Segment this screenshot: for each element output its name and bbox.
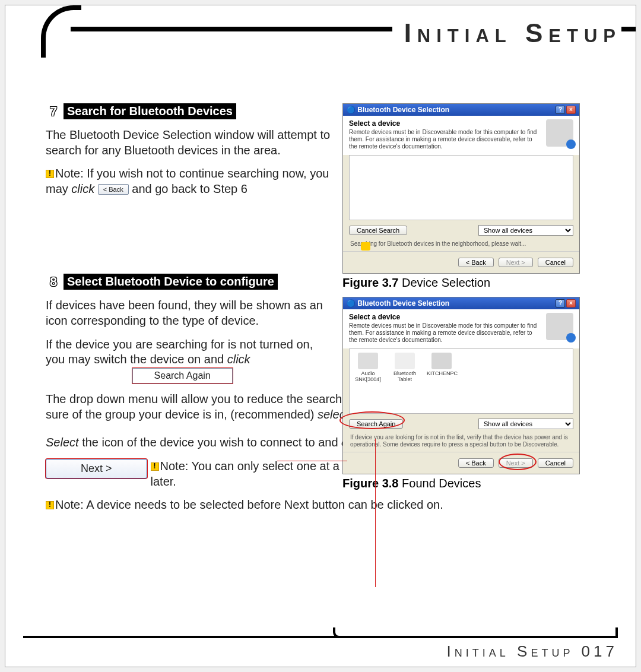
dialog-device-selection-2: 🔵 Bluetooth Device Selection ? × Select … bbox=[342, 297, 580, 474]
close-icon[interactable]: × bbox=[566, 106, 576, 114]
cancel-button[interactable]: Cancel bbox=[538, 258, 573, 267]
help-icon[interactable]: ? bbox=[556, 106, 565, 114]
back-button[interactable]: < Back bbox=[458, 258, 494, 267]
step-title-8: Select Bluetooth Device to configure bbox=[64, 274, 278, 290]
mouse-icon bbox=[395, 353, 415, 369]
step7-click-em: click bbox=[71, 182, 94, 195]
step8-para1: If devices have been found, they will be… bbox=[46, 298, 331, 328]
next-button: Next > bbox=[499, 458, 533, 468]
dialog1-title: 🔵 Bluetooth Device Selection bbox=[347, 106, 449, 114]
next-button: Next > bbox=[499, 258, 533, 267]
step8-select2-em: Select bbox=[46, 436, 79, 449]
laptop-icon bbox=[431, 353, 452, 369]
step8-para2-a: If the device you are searching for is n… bbox=[46, 338, 313, 366]
back-button-inline[interactable]: < Back bbox=[98, 184, 129, 195]
warning-icon bbox=[46, 501, 54, 509]
footer-page-label: Initial Setup 017 bbox=[447, 642, 618, 661]
cancel-search-button[interactable]: Cancel Search bbox=[349, 226, 407, 235]
help-icon[interactable]: ? bbox=[556, 299, 565, 308]
figure-3.7-caption: Figure 3.7 Device Selection bbox=[342, 276, 580, 290]
step7-note-text-b: and go back to Step 6 bbox=[129, 182, 247, 195]
search-again-button[interactable]: Search Again bbox=[349, 419, 403, 429]
dialog2-banner-text: Remote devices must be in Discoverable m… bbox=[349, 322, 540, 344]
device-filter-select[interactable]: Show all devices bbox=[478, 225, 573, 236]
step8-para2: If the device you are searching for is n… bbox=[46, 337, 331, 384]
figure-3.8-caption: Figure 3.8 Found Devices bbox=[342, 477, 580, 490]
device-kitchenpc[interactable]: KITCHENPC bbox=[427, 353, 456, 410]
next-button-inline[interactable]: Next > bbox=[46, 459, 147, 478]
headphones-icon bbox=[358, 353, 378, 369]
step-title-7: Search for Bluetooth Devices bbox=[64, 103, 236, 119]
step8-note3-text: Note: A device needs to be selected befo… bbox=[55, 498, 443, 511]
step8-note3: Note: A device needs to be selected befo… bbox=[46, 497, 592, 513]
bluetooth-device-icon bbox=[546, 119, 573, 147]
step7-para1: The Bluetooth Device Selection window wi… bbox=[46, 128, 331, 158]
dialog2-status: If device you are looking for is not in … bbox=[343, 434, 579, 452]
step7-note: Note: If you wish not to continue search… bbox=[46, 166, 331, 196]
page-title: Initial Setup bbox=[392, 18, 621, 48]
warning-icon bbox=[46, 170, 54, 178]
dialog1-device-list[interactable] bbox=[349, 155, 573, 220]
dialog2-device-list[interactable]: Audio SNK[3004] Bluetooth Tablet KITCHEN… bbox=[349, 348, 573, 414]
close-icon[interactable]: × bbox=[566, 299, 576, 308]
dialog1-banner-text: Remote devices must be in Discoverable m… bbox=[349, 129, 540, 150]
warning-icon bbox=[151, 462, 159, 471]
step-number-8: 8 bbox=[46, 274, 61, 290]
cursor-icon bbox=[361, 242, 370, 251]
step8-para4-b: the icon of the device you wish to conne… bbox=[79, 436, 342, 449]
bluetooth-device-icon bbox=[546, 313, 573, 340]
device-audio-snk[interactable]: Audio SNK[3004] bbox=[353, 353, 383, 410]
search-again-button-inline[interactable]: Search Again bbox=[132, 368, 233, 383]
dialog2-banner-title: Select a device bbox=[349, 313, 540, 321]
dialog1-status: Searching for Bluetooth devices in the n… bbox=[343, 240, 579, 251]
step-number-7: 7 bbox=[46, 104, 61, 119]
dialog2-title: 🔵 Bluetooth Device Selection bbox=[347, 299, 449, 308]
step8-click-em: click bbox=[227, 353, 250, 366]
back-button[interactable]: < Back bbox=[458, 458, 494, 468]
dialog1-banner-title: Select a device bbox=[349, 119, 540, 128]
device-filter-select[interactable]: Show all devices bbox=[478, 419, 573, 429]
cancel-button[interactable]: Cancel bbox=[538, 458, 573, 468]
dialog-device-selection-1: 🔵 Bluetooth Device Selection ? × Select … bbox=[342, 103, 580, 274]
device-bt-tablet[interactable]: Bluetooth Tablet bbox=[390, 353, 420, 410]
